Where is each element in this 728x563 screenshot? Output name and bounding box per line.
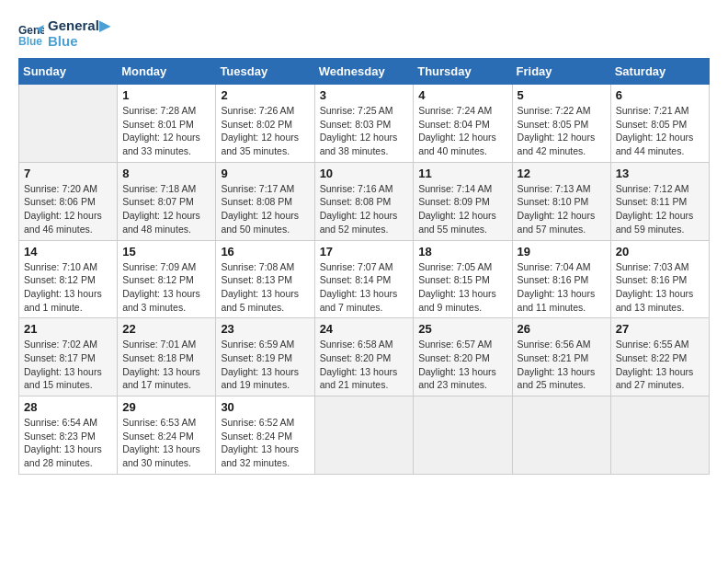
day-number: 16 — [221, 245, 309, 259]
day-number: 17 — [320, 245, 409, 259]
day-number: 9 — [221, 167, 309, 180]
day-info: Sunrise: 7:09 AMSunset: 8:12 PMDaylight:… — [122, 260, 210, 315]
day-info: Sunrise: 7:07 AMSunset: 8:14 PMDaylight:… — [320, 260, 409, 315]
day-info: Sunrise: 7:20 AMSunset: 8:06 PMDaylight:… — [24, 182, 112, 236]
day-info: Sunrise: 7:10 AMSunset: 8:12 PMDaylight:… — [24, 260, 112, 315]
day-info: Sunrise: 7:18 AMSunset: 8:07 PMDaylight:… — [122, 182, 210, 236]
header-tuesday: Tuesday — [216, 59, 314, 85]
header-monday: Monday — [118, 59, 216, 85]
day-cell: 22Sunrise: 7:01 AMSunset: 8:18 PMDayligh… — [118, 318, 216, 396]
logo: General Blue General▶ Blue — [18, 18, 110, 49]
day-cell — [414, 396, 512, 475]
week-row-5: 28Sunrise: 6:54 AMSunset: 8:23 PMDayligh… — [19, 396, 710, 475]
week-row-2: 7Sunrise: 7:20 AMSunset: 8:06 PMDaylight… — [19, 162, 710, 240]
day-info: Sunrise: 7:01 AMSunset: 8:18 PMDaylight:… — [122, 338, 210, 392]
day-number: 22 — [122, 322, 210, 336]
day-info: Sunrise: 7:25 AMSunset: 8:03 PMDaylight:… — [320, 104, 409, 158]
day-cell — [610, 396, 709, 475]
day-info: Sunrise: 7:21 AMSunset: 8:05 PMDaylight:… — [616, 104, 704, 158]
day-info: Sunrise: 6:59 AMSunset: 8:19 PMDaylight:… — [221, 338, 309, 392]
day-cell: 9Sunrise: 7:17 AMSunset: 8:08 PMDaylight… — [216, 162, 314, 240]
day-info: Sunrise: 6:58 AMSunset: 8:20 PMDaylight:… — [320, 338, 409, 392]
day-number: 18 — [418, 245, 506, 259]
day-info: Sunrise: 7:22 AMSunset: 8:05 PMDaylight:… — [518, 104, 606, 158]
day-cell: 16Sunrise: 7:08 AMSunset: 8:13 PMDayligh… — [216, 240, 314, 318]
calendar-table: SundayMondayTuesdayWednesdayThursdayFrid… — [18, 58, 710, 475]
day-cell: 26Sunrise: 6:56 AMSunset: 8:21 PMDayligh… — [512, 318, 610, 396]
day-info: Sunrise: 6:57 AMSunset: 8:20 PMDaylight:… — [418, 338, 506, 392]
day-number: 15 — [122, 245, 210, 259]
day-cell: 18Sunrise: 7:05 AMSunset: 8:15 PMDayligh… — [414, 240, 512, 318]
day-info: Sunrise: 7:12 AMSunset: 8:11 PMDaylight:… — [616, 182, 704, 236]
day-info: Sunrise: 6:54 AMSunset: 8:23 PMDaylight:… — [24, 416, 112, 470]
day-cell: 24Sunrise: 6:58 AMSunset: 8:20 PMDayligh… — [314, 318, 414, 396]
day-number: 6 — [616, 88, 704, 102]
day-number: 10 — [320, 167, 409, 180]
day-number: 20 — [616, 245, 704, 259]
day-number: 2 — [221, 88, 309, 102]
day-cell: 7Sunrise: 7:20 AMSunset: 8:06 PMDaylight… — [19, 162, 118, 240]
day-cell — [314, 396, 414, 475]
day-cell: 5Sunrise: 7:22 AMSunset: 8:05 PMDaylight… — [512, 85, 610, 163]
day-cell: 30Sunrise: 6:52 AMSunset: 8:24 PMDayligh… — [216, 396, 314, 475]
week-row-1: 1Sunrise: 7:28 AMSunset: 8:01 PMDaylight… — [19, 85, 710, 163]
day-cell: 27Sunrise: 6:55 AMSunset: 8:22 PMDayligh… — [610, 318, 709, 396]
header-friday: Friday — [512, 59, 610, 85]
day-info: Sunrise: 6:56 AMSunset: 8:21 PMDaylight:… — [518, 338, 606, 392]
day-number: 8 — [122, 167, 210, 180]
day-cell: 11Sunrise: 7:14 AMSunset: 8:09 PMDayligh… — [414, 162, 512, 240]
day-info: Sunrise: 6:53 AMSunset: 8:24 PMDaylight:… — [122, 416, 210, 470]
day-number: 29 — [122, 400, 210, 414]
day-number: 23 — [221, 322, 309, 336]
day-number: 24 — [320, 322, 409, 336]
day-cell: 8Sunrise: 7:18 AMSunset: 8:07 PMDaylight… — [118, 162, 216, 240]
day-cell: 15Sunrise: 7:09 AMSunset: 8:12 PMDayligh… — [118, 240, 216, 318]
day-cell: 3Sunrise: 7:25 AMSunset: 8:03 PMDaylight… — [314, 85, 414, 163]
day-cell: 1Sunrise: 7:28 AMSunset: 8:01 PMDaylight… — [118, 85, 216, 163]
day-cell: 17Sunrise: 7:07 AMSunset: 8:14 PMDayligh… — [314, 240, 414, 318]
day-number: 14 — [24, 245, 112, 259]
day-number: 12 — [518, 167, 606, 180]
day-number: 5 — [518, 88, 606, 102]
day-number: 28 — [24, 400, 112, 414]
logo-blue: Blue — [48, 34, 110, 50]
week-row-3: 14Sunrise: 7:10 AMSunset: 8:12 PMDayligh… — [19, 240, 710, 318]
day-number: 3 — [320, 88, 409, 102]
day-cell — [19, 85, 118, 163]
day-info: Sunrise: 7:26 AMSunset: 8:02 PMDaylight:… — [221, 104, 309, 158]
day-cell: 2Sunrise: 7:26 AMSunset: 8:02 PMDaylight… — [216, 85, 314, 163]
day-info: Sunrise: 6:55 AMSunset: 8:22 PMDaylight:… — [616, 338, 704, 392]
header-sunday: Sunday — [19, 59, 118, 85]
day-number: 19 — [518, 245, 606, 259]
header-saturday: Saturday — [610, 59, 709, 85]
day-info: Sunrise: 7:13 AMSunset: 8:10 PMDaylight:… — [518, 182, 606, 236]
day-cell: 12Sunrise: 7:13 AMSunset: 8:10 PMDayligh… — [512, 162, 610, 240]
day-number: 30 — [221, 400, 309, 414]
day-cell — [512, 396, 610, 475]
day-number: 21 — [24, 322, 112, 336]
header-thursday: Thursday — [414, 59, 512, 85]
day-number: 4 — [418, 88, 506, 102]
day-cell: 4Sunrise: 7:24 AMSunset: 8:04 PMDaylight… — [414, 85, 512, 163]
day-cell: 25Sunrise: 6:57 AMSunset: 8:20 PMDayligh… — [414, 318, 512, 396]
day-cell: 21Sunrise: 7:02 AMSunset: 8:17 PMDayligh… — [19, 318, 118, 396]
day-info: Sunrise: 7:05 AMSunset: 8:15 PMDaylight:… — [418, 260, 506, 315]
day-info: Sunrise: 7:08 AMSunset: 8:13 PMDaylight:… — [221, 260, 309, 315]
day-cell: 6Sunrise: 7:21 AMSunset: 8:05 PMDaylight… — [610, 85, 709, 163]
calendar-header-row: SundayMondayTuesdayWednesdayThursdayFrid… — [19, 59, 710, 85]
day-cell: 20Sunrise: 7:03 AMSunset: 8:16 PMDayligh… — [610, 240, 709, 318]
day-info: Sunrise: 7:24 AMSunset: 8:04 PMDaylight:… — [418, 104, 506, 158]
day-cell: 13Sunrise: 7:12 AMSunset: 8:11 PMDayligh… — [610, 162, 709, 240]
day-info: Sunrise: 7:04 AMSunset: 8:16 PMDaylight:… — [518, 260, 606, 315]
day-cell: 28Sunrise: 6:54 AMSunset: 8:23 PMDayligh… — [19, 396, 118, 475]
svg-text:Blue: Blue — [18, 35, 42, 47]
day-cell: 14Sunrise: 7:10 AMSunset: 8:12 PMDayligh… — [19, 240, 118, 318]
header: General Blue General▶ Blue — [18, 18, 710, 49]
logo-text: General▶ — [48, 18, 110, 34]
day-number: 13 — [616, 167, 704, 180]
day-cell: 10Sunrise: 7:16 AMSunset: 8:08 PMDayligh… — [314, 162, 414, 240]
day-info: Sunrise: 7:02 AMSunset: 8:17 PMDaylight:… — [24, 338, 112, 392]
day-number: 25 — [418, 322, 506, 336]
logo-icon: General Blue — [18, 21, 44, 47]
header-wednesday: Wednesday — [314, 59, 414, 85]
